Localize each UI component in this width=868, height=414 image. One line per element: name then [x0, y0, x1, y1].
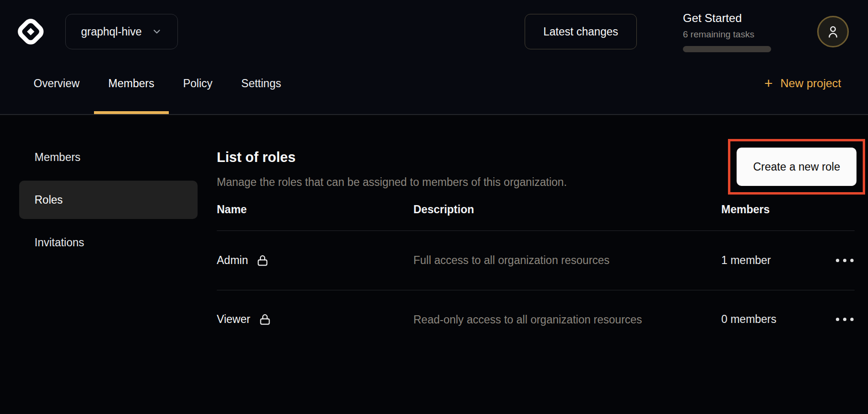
roles-table: Name Description Members Admin [217, 200, 855, 349]
role-description-cell: Read-only access to all organization res… [413, 311, 721, 328]
new-project-link[interactable]: +New project [764, 53, 841, 114]
org-tab-bar: Overview Members Policy Settings +New pr… [0, 53, 868, 115]
tab-item[interactable]: Policy [169, 53, 227, 114]
sidebar-item[interactable]: Roles [19, 181, 198, 219]
roles-table-body: Admin Full access to all organization re… [217, 231, 855, 349]
tab-item[interactable]: Settings [227, 53, 295, 114]
page-content: Members Roles Invitations List of roles … [0, 115, 868, 413]
sidebar-item-label: Members [35, 151, 81, 164]
roles-panel-header: List of roles Manage the roles that can … [217, 138, 855, 195]
column-header-description: Description [413, 203, 721, 216]
org-name: graphql-hive [81, 25, 142, 38]
lock-icon [258, 313, 271, 326]
ellipsis-dot [836, 318, 839, 321]
plus-icon: + [764, 76, 773, 91]
role-name-cell: Viewer [217, 313, 413, 326]
chevron-down-icon [152, 26, 162, 37]
tab-label: Policy [183, 77, 212, 90]
role-description-cell: Full access to all organization resource… [413, 252, 721, 269]
new-project-label: New project [780, 77, 841, 90]
page-title: List of roles [217, 150, 567, 165]
role-members-count: 0 members [721, 313, 776, 325]
ellipsis-dot [850, 259, 854, 262]
annotation-highlight-box: Create a new role [728, 139, 865, 195]
role-members-cell: 0 members [721, 313, 823, 326]
roles-titles: List of roles Manage the roles that can … [217, 138, 567, 189]
role-name: Admin [217, 254, 248, 267]
table-row: Admin Full access to all organization re… [217, 231, 855, 290]
app-header: graphql-hive Latest changes Get Started … [0, 0, 868, 53]
get-started-progress-track [683, 46, 771, 52]
table-row: Viewer Read-only access to all organizat… [217, 290, 855, 349]
latest-changes-button[interactable]: Latest changes [525, 14, 637, 49]
column-header-name: Name [217, 203, 413, 216]
role-actions-cell [823, 313, 855, 326]
create-new-role-button[interactable]: Create a new role [737, 148, 856, 186]
user-icon [825, 24, 841, 39]
lock-icon [256, 254, 269, 267]
tab-label: Overview [34, 77, 80, 90]
roles-table-header: Name Description Members [217, 200, 855, 231]
tab-item[interactable]: Members [94, 53, 169, 114]
ellipsis-menu-button[interactable] [835, 313, 855, 326]
sidebar-item-label: Roles [35, 194, 63, 207]
hive-logo-icon [15, 16, 46, 47]
get-started-title: Get Started [683, 12, 772, 25]
column-header-members: Members [721, 203, 823, 216]
get-started-widget[interactable]: Get Started 6 remaining tasks [683, 12, 772, 52]
role-actions-cell [823, 254, 855, 267]
role-members-cell: 1 member [721, 254, 823, 267]
role-members-count: 1 member [721, 254, 771, 266]
ellipsis-dot [850, 318, 854, 321]
tab-label: Settings [241, 77, 281, 90]
top-section: graphql-hive Latest changes Get Started … [0, 0, 868, 115]
ellipsis-dot [843, 318, 846, 321]
ellipsis-dot [843, 259, 846, 262]
sidebar-item[interactable]: Members [19, 138, 198, 176]
role-name-cell: Admin [217, 254, 413, 267]
tab-label: Members [108, 77, 154, 90]
roles-panel: List of roles Manage the roles that can … [217, 138, 855, 413]
sidebar-item-label: Invitations [35, 236, 84, 249]
role-name: Viewer [217, 313, 250, 326]
get-started-subtitle: 6 remaining tasks [683, 29, 772, 40]
ellipsis-menu-button[interactable] [835, 254, 855, 267]
sidebar-item[interactable]: Invitations [19, 223, 198, 262]
members-side-nav: Members Roles Invitations [19, 138, 198, 413]
role-description: Full access to all organization resource… [413, 252, 644, 269]
user-avatar-button[interactable] [817, 16, 849, 47]
page-subtitle: Manage the roles that can be assigned to… [217, 176, 567, 189]
org-selector[interactable]: graphql-hive [65, 14, 178, 49]
ellipsis-dot [836, 259, 839, 262]
tab-item[interactable]: Overview [19, 53, 94, 114]
role-description: Read-only access to all organization res… [413, 311, 644, 328]
